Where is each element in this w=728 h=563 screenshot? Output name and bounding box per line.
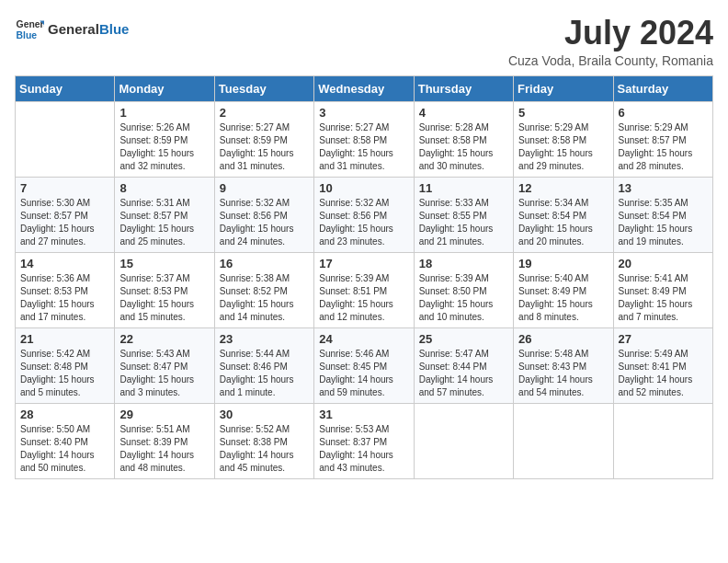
day-number: 17 xyxy=(319,257,408,270)
day-info: Sunrise: 5:35 AM Sunset: 8:54 PM Dayligh… xyxy=(619,197,708,248)
day-number: 3 xyxy=(319,106,408,120)
day-info: Sunrise: 5:41 AM Sunset: 8:49 PM Dayligh… xyxy=(619,272,708,324)
calendar-cell: 3Sunrise: 5:27 AM Sunset: 8:58 PM Daylig… xyxy=(314,101,414,177)
calendar-cell: 6Sunrise: 5:29 AM Sunset: 8:57 PM Daylig… xyxy=(613,101,712,177)
calendar-cell: 18Sunrise: 5:39 AM Sunset: 8:50 PM Dayli… xyxy=(414,252,513,327)
day-info: Sunrise: 5:32 AM Sunset: 8:56 PM Dayligh… xyxy=(319,197,408,248)
calendar-cell: 2Sunrise: 5:27 AM Sunset: 8:59 PM Daylig… xyxy=(214,101,313,177)
day-number: 2 xyxy=(220,106,309,120)
calendar-cell: 28Sunrise: 5:50 AM Sunset: 8:40 PM Dayli… xyxy=(16,403,115,478)
day-number: 29 xyxy=(119,408,209,421)
day-number: 6 xyxy=(619,106,708,120)
calendar-cell xyxy=(414,403,513,478)
calendar-cell: 8Sunrise: 5:31 AM Sunset: 8:57 PM Daylig… xyxy=(115,177,214,252)
calendar-cell: 31Sunrise: 5:53 AM Sunset: 8:37 PM Dayli… xyxy=(314,403,414,478)
svg-text:General: General xyxy=(17,19,44,29)
day-info: Sunrise: 5:39 AM Sunset: 8:51 PM Dayligh… xyxy=(319,272,408,324)
calendar-cell: 13Sunrise: 5:35 AM Sunset: 8:54 PM Dayli… xyxy=(613,177,712,252)
day-number: 10 xyxy=(319,181,408,195)
title-block: July 2024 Cuza Voda, Braila County, Roma… xyxy=(508,15,713,68)
col-monday: Monday xyxy=(115,75,214,101)
calendar-cell: 27Sunrise: 5:49 AM Sunset: 8:41 PM Dayli… xyxy=(613,327,712,403)
day-info: Sunrise: 5:27 AM Sunset: 8:59 PM Dayligh… xyxy=(220,121,309,173)
day-number: 4 xyxy=(419,106,508,120)
calendar-cell: 19Sunrise: 5:40 AM Sunset: 8:49 PM Dayli… xyxy=(514,252,613,327)
calendar-cell: 9Sunrise: 5:32 AM Sunset: 8:56 PM Daylig… xyxy=(214,177,313,252)
day-number: 1 xyxy=(119,106,209,120)
calendar-cell: 25Sunrise: 5:47 AM Sunset: 8:44 PM Dayli… xyxy=(414,327,513,403)
day-info: Sunrise: 5:52 AM Sunset: 8:38 PM Dayligh… xyxy=(220,423,309,475)
day-number: 26 xyxy=(518,332,608,346)
day-info: Sunrise: 5:50 AM Sunset: 8:40 PM Dayligh… xyxy=(20,423,109,475)
calendar-cell xyxy=(613,403,712,478)
day-info: Sunrise: 5:38 AM Sunset: 8:52 PM Dayligh… xyxy=(220,272,309,324)
day-number: 22 xyxy=(119,332,209,346)
day-info: Sunrise: 5:36 AM Sunset: 8:53 PM Dayligh… xyxy=(20,272,109,324)
day-info: Sunrise: 5:46 AM Sunset: 8:45 PM Dayligh… xyxy=(319,348,408,399)
calendar-cell: 5Sunrise: 5:29 AM Sunset: 8:58 PM Daylig… xyxy=(514,101,613,177)
calendar-header-row: Sunday Monday Tuesday Wednesday Thursday… xyxy=(16,75,713,101)
day-info: Sunrise: 5:44 AM Sunset: 8:46 PM Dayligh… xyxy=(220,348,309,399)
day-info: Sunrise: 5:33 AM Sunset: 8:55 PM Dayligh… xyxy=(419,197,508,248)
day-info: Sunrise: 5:49 AM Sunset: 8:41 PM Dayligh… xyxy=(619,348,708,399)
day-number: 11 xyxy=(419,181,508,195)
day-number: 24 xyxy=(319,332,408,346)
day-info: Sunrise: 5:51 AM Sunset: 8:39 PM Dayligh… xyxy=(119,423,209,475)
day-info: Sunrise: 5:34 AM Sunset: 8:54 PM Dayligh… xyxy=(518,197,608,248)
day-number: 21 xyxy=(20,332,109,346)
calendar-week-row: 28Sunrise: 5:50 AM Sunset: 8:40 PM Dayli… xyxy=(16,403,713,478)
day-info: Sunrise: 5:53 AM Sunset: 8:37 PM Dayligh… xyxy=(319,423,408,475)
location-text: Cuza Voda, Braila County, Romania xyxy=(508,53,713,68)
logo-general-text: General xyxy=(48,21,99,37)
calendar-cell: 15Sunrise: 5:37 AM Sunset: 8:53 PM Dayli… xyxy=(115,252,214,327)
day-info: Sunrise: 5:40 AM Sunset: 8:49 PM Dayligh… xyxy=(518,272,608,324)
col-saturday: Saturday xyxy=(613,75,712,101)
calendar-table: Sunday Monday Tuesday Wednesday Thursday… xyxy=(15,75,713,479)
calendar-cell: 20Sunrise: 5:41 AM Sunset: 8:49 PM Dayli… xyxy=(613,252,712,327)
day-info: Sunrise: 5:43 AM Sunset: 8:47 PM Dayligh… xyxy=(119,348,209,399)
calendar-cell: 30Sunrise: 5:52 AM Sunset: 8:38 PM Dayli… xyxy=(214,403,313,478)
col-wednesday: Wednesday xyxy=(314,75,414,101)
day-number: 30 xyxy=(220,408,309,421)
calendar-cell: 21Sunrise: 5:42 AM Sunset: 8:48 PM Dayli… xyxy=(16,327,115,403)
calendar-cell: 23Sunrise: 5:44 AM Sunset: 8:46 PM Dayli… xyxy=(214,327,313,403)
day-number: 14 xyxy=(20,257,109,270)
calendar-cell xyxy=(514,403,613,478)
calendar-cell: 26Sunrise: 5:48 AM Sunset: 8:43 PM Dayli… xyxy=(514,327,613,403)
month-year-title: July 2024 xyxy=(508,15,713,52)
calendar-week-row: 1Sunrise: 5:26 AM Sunset: 8:59 PM Daylig… xyxy=(16,101,713,177)
day-info: Sunrise: 5:37 AM Sunset: 8:53 PM Dayligh… xyxy=(119,272,209,324)
calendar-cell: 16Sunrise: 5:38 AM Sunset: 8:52 PM Dayli… xyxy=(214,252,313,327)
day-number: 13 xyxy=(619,181,708,195)
page-header: General Blue GeneralBlue July 2024 Cuza … xyxy=(15,15,713,68)
day-info: Sunrise: 5:27 AM Sunset: 8:58 PM Dayligh… xyxy=(319,121,408,173)
calendar-cell: 7Sunrise: 5:30 AM Sunset: 8:57 PM Daylig… xyxy=(16,177,115,252)
day-info: Sunrise: 5:26 AM Sunset: 8:59 PM Dayligh… xyxy=(119,121,209,173)
col-tuesday: Tuesday xyxy=(214,75,313,101)
svg-text:Blue: Blue xyxy=(17,30,38,40)
calendar-week-row: 21Sunrise: 5:42 AM Sunset: 8:48 PM Dayli… xyxy=(16,327,713,403)
day-info: Sunrise: 5:31 AM Sunset: 8:57 PM Dayligh… xyxy=(119,197,209,248)
day-info: Sunrise: 5:29 AM Sunset: 8:58 PM Dayligh… xyxy=(518,121,608,173)
day-number: 19 xyxy=(518,257,608,270)
day-number: 16 xyxy=(220,257,309,270)
day-info: Sunrise: 5:39 AM Sunset: 8:50 PM Dayligh… xyxy=(419,272,508,324)
logo-blue-text: Blue xyxy=(99,21,130,37)
day-number: 8 xyxy=(119,181,209,195)
day-number: 18 xyxy=(419,257,508,270)
day-info: Sunrise: 5:47 AM Sunset: 8:44 PM Dayligh… xyxy=(419,348,508,399)
logo-icon: General Blue xyxy=(15,15,44,44)
day-info: Sunrise: 5:29 AM Sunset: 8:57 PM Dayligh… xyxy=(619,121,708,173)
day-number: 31 xyxy=(319,408,408,421)
col-friday: Friday xyxy=(514,75,613,101)
day-info: Sunrise: 5:42 AM Sunset: 8:48 PM Dayligh… xyxy=(20,348,109,399)
day-info: Sunrise: 5:32 AM Sunset: 8:56 PM Dayligh… xyxy=(220,197,309,248)
calendar-week-row: 14Sunrise: 5:36 AM Sunset: 8:53 PM Dayli… xyxy=(16,252,713,327)
calendar-cell: 29Sunrise: 5:51 AM Sunset: 8:39 PM Dayli… xyxy=(115,403,214,478)
logo: General Blue GeneralBlue xyxy=(15,15,129,44)
calendar-week-row: 7Sunrise: 5:30 AM Sunset: 8:57 PM Daylig… xyxy=(16,177,713,252)
day-info: Sunrise: 5:28 AM Sunset: 8:58 PM Dayligh… xyxy=(419,121,508,173)
calendar-cell: 4Sunrise: 5:28 AM Sunset: 8:58 PM Daylig… xyxy=(414,101,513,177)
calendar-cell: 12Sunrise: 5:34 AM Sunset: 8:54 PM Dayli… xyxy=(514,177,613,252)
col-sunday: Sunday xyxy=(16,75,115,101)
